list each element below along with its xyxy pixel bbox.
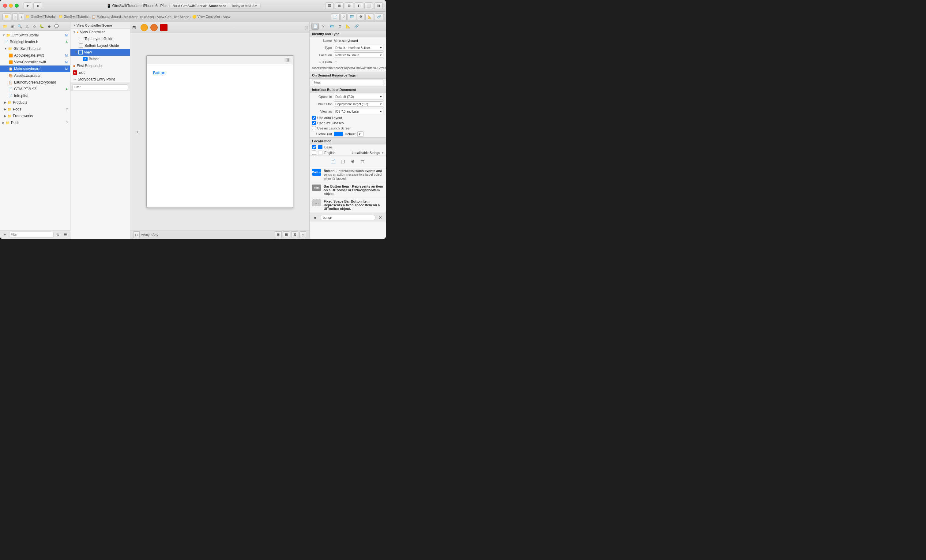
view-as-select[interactable]: iOS 7.0 and Later ▾	[334, 109, 383, 114]
project-selector[interactable]: 📱 GtmSwiftTutorial › iPhone 6s Plus	[107, 4, 168, 8]
size-classes-checkbox[interactable]	[312, 121, 316, 125]
tree-item-pods[interactable]: ▶ 📁 Pods ?	[0, 106, 70, 113]
outline-item-view[interactable]: ▼ View	[70, 49, 130, 56]
size-tab[interactable]: 📐	[345, 23, 352, 30]
loc-circle-icon[interactable]: ⊕	[349, 158, 356, 165]
stop-button[interactable]: ■	[33, 3, 42, 9]
outline-filter-input[interactable]	[72, 85, 128, 90]
breadcrumb-item-3[interactable]: 📋 Main.storyboard	[92, 15, 121, 19]
tree-item-root[interactable]: ▼ 📁 GtmSwiftTutorial M	[0, 32, 70, 39]
bottom-panel-toggle[interactable]: ⬜	[365, 3, 373, 9]
tree-item-frameworks[interactable]: ▶ 📁 Frameworks	[0, 113, 70, 119]
tree-item-launchscreen[interactable]: 📋 LaunchScreen.storyboard	[0, 79, 70, 86]
outline-item-exit[interactable]: E Exit	[70, 69, 130, 76]
tree-item-gtmpt3l9z[interactable]: 📄 GTM-PT3L9Z A	[0, 86, 70, 92]
nav-breakpoint-icon[interactable]: ◆	[46, 23, 52, 29]
outline-item-entry-point[interactable]: → Storyboard Entry Point	[70, 76, 130, 83]
canvas-align-btn[interactable]: ⊟	[283, 231, 290, 238]
launch-screen-checkbox[interactable]	[312, 126, 316, 130]
left-panel-toggle[interactable]: ◧	[355, 3, 363, 9]
tree-item-infoplist[interactable]: 📄 Info.plist	[0, 92, 70, 99]
connections-tab[interactable]: 🔗	[353, 23, 360, 30]
add-btn[interactable]: +	[2, 232, 8, 238]
attributes-tab[interactable]: ⚙	[336, 23, 343, 30]
nav-debug-icon[interactable]: 🐛	[39, 23, 45, 29]
chevron-down-icon: ▾	[359, 132, 361, 136]
swift-icon: 🟧	[9, 54, 13, 57]
editor-assistant-btn[interactable]: ⊞	[335, 3, 343, 9]
tree-item-gtm-group[interactable]: ▼ 📁 GtmSwiftTutorial	[0, 45, 70, 52]
outline-item-bottom-layout[interactable]: Bottom Layout Guide	[70, 42, 130, 49]
auto-layout-checkbox[interactable]	[312, 116, 316, 120]
base-checkbox[interactable]	[312, 145, 316, 149]
loc-frame-icon[interactable]: ◻	[359, 158, 366, 165]
canvas-resolve-btn[interactable]: △	[300, 231, 306, 238]
tree-item-viewcontroller[interactable]: 🟧 ViewController.swift M	[0, 59, 70, 65]
canvas-zoom-fit[interactable]: ⊞	[130, 24, 138, 32]
search-clear-btn[interactable]: ✕	[377, 214, 384, 221]
search-scope-btn[interactable]: ●	[312, 214, 319, 221]
tree-item-pods-root[interactable]: ▶ 📁 Pods ?	[0, 119, 70, 126]
identity-inspector-btn[interactable]: 🪪	[348, 14, 356, 20]
editor-standard-btn[interactable]: ☰	[325, 3, 334, 9]
outline-item-top-layout[interactable]: Top Layout Guide	[70, 36, 130, 42]
hierarchy-btn[interactable]: ☰	[62, 232, 68, 238]
attributes-inspector-btn[interactable]: ⚙	[357, 14, 365, 20]
outline-item-first-responder[interactable]: ● First Responder	[70, 62, 130, 69]
canvas-content[interactable]: › |||| Button	[130, 33, 309, 230]
nav-issue-icon[interactable]: ⚠	[24, 23, 30, 29]
opens-in-select[interactable]: Default (7.0) ▾	[334, 94, 383, 100]
tree-item-products[interactable]: ▶ 📁 Products	[0, 99, 70, 106]
identity-tab[interactable]: 🪪	[328, 23, 335, 30]
outline-item-vc[interactable]: ▼ ● View Controller	[70, 29, 130, 36]
file-inspector-btn[interactable]: 📄	[331, 14, 340, 20]
nav-test-icon[interactable]: ◇	[31, 23, 37, 29]
right-panel-toggle[interactable]: ◨	[374, 3, 383, 9]
nav-forward-btn[interactable]: ›	[19, 14, 24, 20]
quick-help-tab[interactable]: ?	[320, 23, 327, 30]
canvas-toggle-outline[interactable]: □	[133, 231, 140, 238]
builds-for-select[interactable]: Deployment Target (9.2) ▾	[334, 101, 383, 107]
type-select[interactable]: Default - Interface Builder... ▾	[334, 45, 383, 50]
close-button[interactable]	[3, 4, 7, 8]
nav-folder-btn[interactable]: 📁	[3, 14, 11, 20]
breadcrumb-item-5[interactable]: View Con...ller Scene	[157, 15, 189, 19]
nav-back-btn[interactable]: ‹	[12, 14, 18, 20]
run-button[interactable]: ▶	[24, 3, 32, 9]
tags-input[interactable]	[312, 80, 383, 85]
filter-input[interactable]	[9, 232, 54, 237]
location-select[interactable]: Relative to Group ▾	[334, 52, 383, 58]
tree-item-bridging[interactable]: 📄 BridgingHeader.h A	[0, 39, 70, 45]
tree-item-assets[interactable]: 🎨 Assets.xcassets	[0, 72, 70, 79]
nav-search-icon[interactable]: 🔍	[17, 23, 23, 29]
canvas-grid-btn[interactable]: ⊞	[275, 231, 282, 238]
nav-log-icon[interactable]: 💬	[53, 23, 59, 29]
connections-inspector-btn[interactable]: 🔗	[375, 14, 383, 20]
breadcrumb-item-6[interactable]: 🟡 View Controller	[192, 15, 220, 19]
object-search-input[interactable]	[320, 215, 375, 220]
nav-folder-icon[interactable]: 📁	[2, 23, 8, 29]
quick-help-btn[interactable]: ?	[340, 14, 346, 20]
canvas-constraint-btn[interactable]: ⊠	[291, 231, 298, 238]
ui-button[interactable]: Button	[153, 70, 287, 75]
tree-item-mainstoryboard[interactable]: 📋 Main.storyboard M	[0, 65, 70, 72]
file-inspector-tab[interactable]: 📄	[312, 23, 319, 30]
tree-item-appdelegate[interactable]: 🟧 AppDelegate.swift M	[0, 52, 70, 59]
nav-symbol-icon[interactable]: ⊞	[9, 23, 15, 29]
outline-item-button[interactable]: B Button	[70, 56, 130, 62]
english-checkbox[interactable]	[312, 151, 316, 155]
global-tint-color[interactable]	[334, 131, 343, 136]
device-name[interactable]: iPhone 6s Plus	[143, 4, 168, 8]
filter-options-btn[interactable]: ⊕	[55, 232, 61, 238]
size-inspector-btn[interactable]: 📐	[365, 14, 374, 20]
loc-localize-icon[interactable]: ◫	[339, 158, 346, 165]
breadcrumb-item-7[interactable]: View	[223, 15, 231, 19]
editor-version-btn[interactable]: ⊟	[345, 3, 353, 9]
fullscreen-button[interactable]	[15, 4, 19, 8]
breadcrumb-item-2[interactable]: 📁 GtmSwiftTutorial	[59, 15, 88, 19]
loc-new-file-icon[interactable]: 📄	[330, 158, 337, 165]
minimize-button[interactable]	[9, 4, 13, 8]
breadcrumb-item-4[interactable]: Main.stor...rd (Base)	[124, 15, 154, 19]
global-tint-select[interactable]: ▾	[357, 131, 363, 137]
breadcrumb-item-1[interactable]: 📁 GtmSwiftTutorial	[26, 15, 55, 19]
